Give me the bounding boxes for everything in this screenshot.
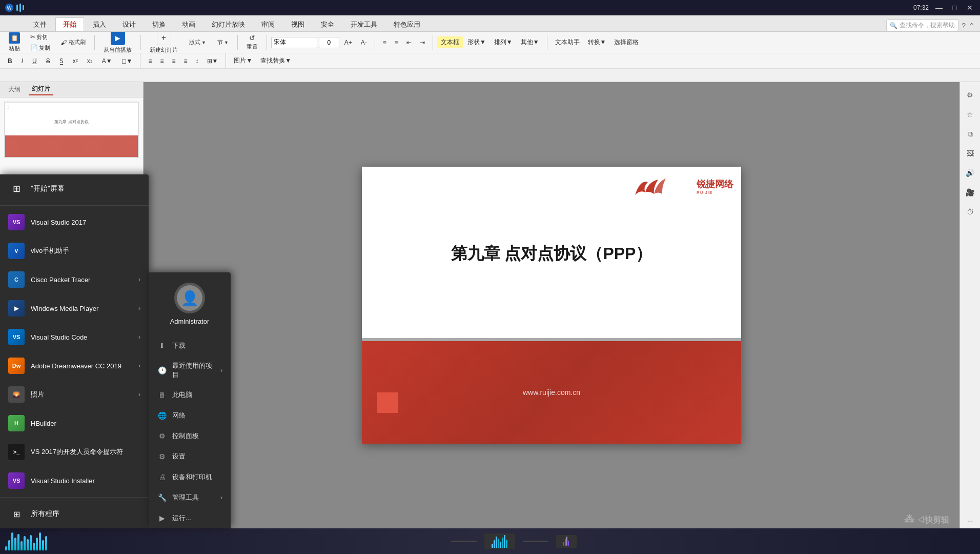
play-btn[interactable]: ▶ 从当前播放 <box>99 32 136 53</box>
submenu-item-computer[interactable]: 🖥 此电脑 <box>149 385 231 405</box>
panel-tab-outline[interactable]: 大纲 <box>5 84 24 95</box>
fontcolor-btn[interactable]: A▼ <box>98 56 116 66</box>
tab-view[interactable]: 视图 <box>283 17 312 31</box>
right-btn-5[interactable]: 🔊 <box>963 165 978 181</box>
menu-item-cisco[interactable]: C Cisco Packet Tracer › <box>0 265 149 294</box>
align-left[interactable]: ≡ <box>145 56 155 66</box>
other-btn[interactable]: 其他▼ <box>517 36 543 48</box>
right-btn-1[interactable]: ⚙ <box>963 87 978 103</box>
start-screen-item[interactable]: ⊞ "开始"屏幕 <box>0 174 149 203</box>
indent-dec[interactable]: ⇤ <box>403 37 415 48</box>
maximize-btn[interactable]: □ <box>949 3 959 13</box>
right-btn-3[interactable]: ⧉ <box>963 126 978 142</box>
menu-item-vs2017[interactable]: VS Visual Studio 2017 <box>0 208 149 236</box>
menu-item-hbuilder[interactable]: H HBuilder <box>0 409 149 438</box>
indent-inc[interactable]: ⇥ <box>416 37 428 48</box>
italic-btn[interactable]: I <box>18 56 27 66</box>
tab-special[interactable]: 特色应用 <box>386 17 428 31</box>
align-right[interactable]: ≡ <box>169 56 179 66</box>
right-btn-4[interactable]: 🖼 <box>963 146 978 161</box>
font-size-down[interactable]: A- <box>357 37 371 48</box>
text-box-btn[interactable]: 文本框 <box>437 36 463 48</box>
submenu-label-network: 网络 <box>172 411 222 420</box>
findreplace-btn[interactable]: 查找替换▼ <box>257 55 295 67</box>
align-center[interactable]: ≡ <box>157 56 168 66</box>
formatbrush-btn[interactable]: 🖌 格式刷 <box>56 36 90 48</box>
submenu-label-computer: 此电脑 <box>172 390 222 400</box>
menu-item-vscode[interactable]: VS Visual Studio Code › <box>0 323 149 351</box>
tab-security[interactable]: 安全 <box>313 17 342 31</box>
submenu-item-manage[interactable]: 🔧 管理工具 › <box>149 487 231 508</box>
close-btn[interactable]: ✕ <box>965 3 975 13</box>
tab-animation[interactable]: 动画 <box>174 17 203 31</box>
label-cisco: Cisco Packet Tracer <box>31 276 132 284</box>
cut-btn[interactable]: ✂剪切 <box>27 32 54 42</box>
line-spacing[interactable]: ↕ <box>192 56 202 66</box>
all-programs-label: 所有程序 <box>31 509 59 519</box>
menu-item-vsinstaller[interactable]: VS Visual Studio Installer <box>0 466 149 495</box>
tab-file[interactable]: 文件 <box>26 17 54 31</box>
submenu-item-network[interactable]: 🌐 网络 <box>149 405 231 426</box>
font-size-input[interactable] <box>319 37 339 48</box>
tab-design[interactable]: 设计 <box>115 17 144 31</box>
right-btn-more[interactable]: ··· <box>963 513 978 528</box>
superscript-btn[interactable]: x² <box>69 56 81 66</box>
menu-item-dreamweaver[interactable]: Dw Adobe Dreamweaver CC 2019 › <box>0 351 149 380</box>
menu-item-wmp[interactable]: ▶ Windows Media Player › <box>0 294 149 323</box>
minimize-btn[interactable]: — <box>934 3 944 13</box>
convert-btn[interactable]: 转换▼ <box>584 36 610 48</box>
copy-btn[interactable]: 📄复制 <box>27 43 54 53</box>
shadow-btn[interactable]: S̲ <box>56 56 67 66</box>
select-btn[interactable]: 选择窗格 <box>610 36 642 48</box>
top-bar-left: W <box>0 4 24 12</box>
right-btn-6[interactable]: 🎥 <box>963 185 978 200</box>
reset-btn[interactable]: ↺ 重置 <box>242 32 262 53</box>
tab-devtools[interactable]: 开发工具 <box>343 17 385 31</box>
all-programs-item[interactable]: ⊞ 所有程序 <box>0 500 149 528</box>
list-btn2[interactable]: ≡ <box>391 37 402 48</box>
submenu-item-download[interactable]: ⬇ 下载 <box>149 335 231 356</box>
submenu-item-devices[interactable]: 🖨 设备和打印机 <box>149 467 231 487</box>
progress-bar[interactable] <box>451 541 477 542</box>
progress-bar2[interactable] <box>523 541 548 542</box>
col-btn[interactable]: ⊞▼ <box>203 56 222 66</box>
menu-item-vs17cmd[interactable]: >_ VS 2017的开发人员命令提示符 <box>0 438 149 466</box>
list-btn1[interactable]: ≡ <box>379 37 390 48</box>
panel-tab-slides[interactable]: 幻灯片 <box>29 84 53 95</box>
right-btn-2[interactable]: ☆ <box>963 107 978 122</box>
shape2-btn[interactable]: ◻▼ <box>118 56 136 66</box>
submenu-item-recent[interactable]: 🕐 最近使用的项目 › <box>149 356 231 385</box>
underline-btn[interactable]: U <box>29 56 40 66</box>
strikethrough-btn[interactable]: S <box>43 56 54 66</box>
section-btn[interactable]: 节▼ <box>213 36 233 48</box>
tab-start[interactable]: 开始 <box>55 17 84 31</box>
img-btn[interactable]: 图片▼ <box>230 55 256 67</box>
help-btn[interactable]: ? <box>962 22 966 30</box>
paste-btn[interactable]: 📋 粘贴 <box>4 32 25 53</box>
menu-item-vivo[interactable]: V vivo手机助手 <box>0 236 149 265</box>
submenu-item-control[interactable]: ⚙ 控制面板 <box>149 426 231 446</box>
sep3 <box>237 35 238 50</box>
tab-transition[interactable]: 切换 <box>145 17 173 31</box>
tab-slideshow[interactable]: 幻灯片放映 <box>204 17 253 31</box>
right-btn-7[interactable]: ⏱ <box>963 204 978 220</box>
newslide-btn[interactable]: + 新建幻灯片 <box>145 32 182 53</box>
submenu-item-run[interactable]: ▶ 运行... <box>149 508 231 528</box>
font-size-up[interactable]: A+ <box>341 37 356 48</box>
panel-tabs: 大纲 幻灯片 <box>0 82 143 97</box>
tab-review[interactable]: 审阅 <box>254 17 282 31</box>
top-bar-right: 07:32 — □ ✕ <box>913 3 980 13</box>
menu-item-photos[interactable]: 🌄 照片 › <box>0 380 149 409</box>
font-family-input[interactable] <box>271 37 317 48</box>
layout-btn[interactable]: 版式▼ <box>185 36 211 48</box>
subscript-btn[interactable]: x₂ <box>84 56 96 66</box>
arrange-btn[interactable]: 排列▼ <box>491 36 516 48</box>
slide-thumbnail-1[interactable]: 1 第九章 点对点协议 <box>4 102 139 158</box>
align-justify[interactable]: ≡ <box>180 56 191 66</box>
collapse-btn[interactable]: ⌃ <box>969 22 975 30</box>
tab-insert[interactable]: 插入 <box>85 17 114 31</box>
shape-btn[interactable]: 形状▼ <box>464 36 489 48</box>
submenu-item-settings[interactable]: ⚙ 设置 <box>149 446 231 467</box>
texthelper-btn[interactable]: 文本助手 <box>552 36 583 48</box>
bold-btn[interactable]: B <box>4 56 16 66</box>
